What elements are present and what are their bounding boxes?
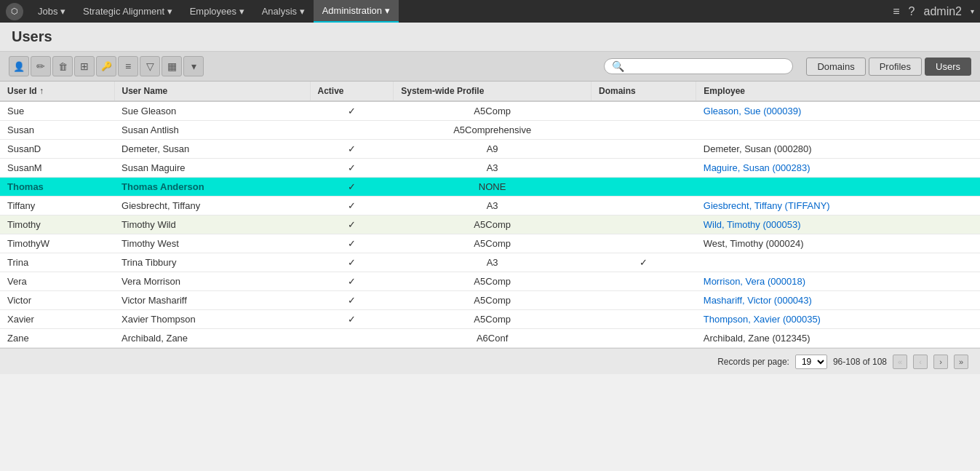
col-active[interactable]: Active [310, 82, 394, 101]
app-container: ⬡ Jobs ▾Strategic Alignment ▾Employees ▾… [0, 0, 980, 374]
menu-icon[interactable]: ≡ [893, 5, 899, 18]
cell-user-id: Trina [0, 253, 114, 272]
cell-user-name: Sue Gleason [114, 101, 310, 121]
cell-user-name: Demeter, Susan [114, 140, 310, 159]
cell-profile: A5Comp [394, 272, 591, 291]
delete-icon: 🗑 [58, 61, 68, 72]
columns-button[interactable]: ▦ [162, 56, 182, 76]
cell-active: ✓ [310, 272, 394, 291]
export-button[interactable]: ≡ [118, 56, 138, 76]
cell-domains: ✓ [591, 253, 696, 272]
table-row[interactable]: SusanDDemeter, Susan✓A9Demeter, Susan (0… [0, 140, 980, 159]
cell-employee: Wild, Timothy (000053) [696, 215, 980, 234]
help-icon[interactable]: ? [909, 5, 915, 18]
cell-employee: Archibald, Zane (012345) [696, 329, 980, 348]
cell-active: ✓ [310, 310, 394, 329]
toolbar: 👤 ✏ 🗑 ⊞ 🔑 ≡ ▽ ▦ ▾ 🔍 DomainsProfile [0, 52, 980, 82]
cell-profile: A5Comp [394, 310, 591, 329]
table-row[interactable]: SueSue Gleason✓A5CompGleason, Sue (00003… [0, 101, 980, 121]
filter-button[interactable]: ▽ [140, 56, 160, 76]
nav-item-jobs[interactable]: Jobs ▾ [29, 0, 74, 23]
cell-profile: A3 [394, 197, 591, 215]
more-button[interactable]: ▾ [183, 56, 204, 76]
table-row[interactable]: TrinaTrina Tibbury✓A3✓ [0, 253, 980, 272]
table-body: SueSue Gleason✓A5CompGleason, Sue (00003… [0, 101, 980, 348]
nav-item-analysis[interactable]: Analysis ▾ [253, 0, 314, 23]
more-icon: ▾ [191, 60, 196, 72]
cell-employee [696, 253, 980, 272]
cell-profile: A3 [394, 253, 591, 272]
cell-domains [591, 121, 696, 140]
tab-buttons: DomainsProfilesUsers [806, 58, 971, 76]
nav-item-strategic-alignment[interactable]: Strategic Alignment ▾ [74, 0, 181, 23]
cell-domains [591, 310, 696, 329]
add-user-button[interactable]: 👤 [9, 56, 29, 76]
user-dropdown-icon: ▾ [971, 7, 974, 15]
delete-user-button[interactable]: 🗑 [52, 56, 73, 76]
edit-user-button[interactable]: ✏ [31, 56, 51, 76]
cell-user-id: Thomas [0, 178, 114, 197]
cell-user-name: Susan Maguire [114, 159, 310, 178]
cell-user-id: Susan [0, 121, 114, 140]
cell-profile: A5Comp [394, 215, 591, 234]
search-input[interactable] [624, 61, 785, 72]
cell-active: ✓ [310, 215, 394, 234]
table-row[interactable]: TimothyTimothy Wild✓A5CompWild, Timothy … [0, 215, 980, 234]
table-row[interactable]: VeraVera Morrison✓A5CompMorrison, Vera (… [0, 272, 980, 291]
cell-profile: A5Comp [394, 234, 591, 253]
col-employee[interactable]: Employee [696, 82, 980, 101]
table-row[interactable]: SusanMSusan Maguire✓A3Maguire, Susan (00… [0, 159, 980, 178]
table-row[interactable]: VictorVictor Mashariff✓A5CompMashariff, … [0, 291, 980, 310]
cell-domains [591, 329, 696, 348]
cell-active: ✓ [310, 253, 394, 272]
cell-user-name: Vera Morrison [114, 272, 310, 291]
cell-active: ✓ [310, 159, 394, 178]
cell-active: ✓ [310, 291, 394, 310]
records-per-page-select[interactable]: 19 25 50 [795, 355, 827, 369]
cell-domains [591, 159, 696, 178]
nav-first-button[interactable]: « [893, 355, 907, 369]
cell-active: ✓ [310, 234, 394, 253]
cell-user-id: TimothyW [0, 234, 114, 253]
cell-user-id: SusanM [0, 159, 114, 178]
cell-profile: A9 [394, 140, 591, 159]
cell-employee: Maguire, Susan (000283) [696, 159, 980, 178]
table-row[interactable]: XavierXavier Thompson✓A5CompThompson, Xa… [0, 310, 980, 329]
users-table: User Id ↑User NameActiveSystem-wide Prof… [0, 82, 980, 348]
cell-employee: Giesbrecht, Tiffany (TIFFANY) [696, 197, 980, 215]
columns-icon: ▦ [167, 60, 177, 72]
col-user-name[interactable]: User Name [114, 82, 310, 101]
table-row[interactable]: TimothyWTimothy West✓A5CompWest, Timothy… [0, 234, 980, 253]
tab-users[interactable]: Users [925, 58, 971, 76]
nav-next-button[interactable]: › [933, 355, 948, 369]
table-row[interactable]: ZaneArchibald, ZaneA6ConfArchibald, Zane… [0, 329, 980, 348]
nav-prev-button[interactable]: ‹ [913, 355, 928, 369]
page-title-bar: Users [0, 23, 980, 52]
nav-right: ≡ ? admin2 ▾ [893, 5, 974, 18]
tab-domains[interactable]: Domains [806, 58, 865, 76]
cell-employee [696, 178, 980, 197]
user-label[interactable]: admin2 [924, 5, 962, 18]
export-icon: ≡ [125, 60, 131, 72]
table-row[interactable]: SusanSusan AntlishA5Comprehensive [0, 121, 980, 140]
nav-last-button[interactable]: » [954, 355, 968, 369]
nav-item-administration[interactable]: Administration ▾ [314, 0, 399, 23]
col-domains[interactable]: Domains [591, 82, 696, 101]
tab-profiles[interactable]: Profiles [869, 58, 922, 76]
cell-user-id: Sue [0, 101, 114, 121]
table-row[interactable]: TiffanyGiesbrecht, Tiffany✓A3Giesbrecht,… [0, 197, 980, 215]
edit-icon: ✏ [36, 60, 45, 72]
copy-user-button[interactable]: ⊞ [74, 56, 95, 76]
cell-active [310, 329, 394, 348]
permission-button[interactable]: 🔑 [96, 56, 116, 76]
cell-user-name: Timothy Wild [114, 215, 310, 234]
col-system-profile[interactable]: System-wide Profile [394, 82, 591, 101]
nav-item-employees[interactable]: Employees ▾ [181, 0, 253, 23]
cell-employee: West, Timothy (000024) [696, 234, 980, 253]
cell-profile: A5Comp [394, 291, 591, 310]
col-user-id[interactable]: User Id ↑ [0, 82, 114, 101]
cell-employee: Gleason, Sue (000039) [696, 101, 980, 121]
cell-user-id: Xavier [0, 310, 114, 329]
table-row[interactable]: ThomasThomas Anderson✓NONE [0, 178, 980, 197]
cell-employee: Demeter, Susan (000280) [696, 140, 980, 159]
